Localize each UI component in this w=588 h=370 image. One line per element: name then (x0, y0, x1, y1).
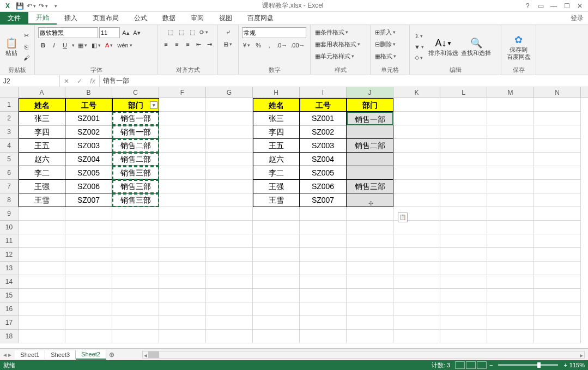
cell[interactable] (534, 207, 581, 221)
cell[interactable] (300, 221, 347, 234)
cell[interactable] (534, 221, 581, 234)
cell[interactable] (159, 289, 206, 302)
view-normal-icon[interactable] (455, 361, 465, 369)
cell[interactable]: 李二 (19, 166, 65, 180)
align-center-icon[interactable]: ≡ (172, 39, 182, 49)
cell[interactable] (159, 248, 206, 262)
phonetic-icon[interactable]: wén▾ (116, 40, 134, 50)
cell[interactable] (300, 262, 347, 275)
cell[interactable] (19, 316, 65, 330)
cell[interactable] (393, 221, 440, 234)
cell[interactable] (534, 330, 581, 343)
cell[interactable] (206, 316, 253, 330)
cell[interactable] (206, 98, 253, 112)
col-header[interactable]: C (112, 87, 159, 98)
cell[interactable] (112, 262, 159, 275)
help-icon[interactable]: ? (523, 2, 532, 10)
cell[interactable] (487, 262, 534, 275)
cell[interactable] (347, 166, 393, 180)
cell[interactable] (65, 289, 112, 302)
cell[interactable]: 王强 (19, 180, 65, 193)
cell[interactable] (159, 262, 206, 275)
cell[interactable] (393, 289, 440, 302)
col-header[interactable]: A (19, 87, 65, 98)
cell[interactable] (206, 153, 253, 166)
formula-input[interactable]: 销售一部 (100, 75, 588, 87)
cell[interactable] (159, 125, 206, 139)
zoom-out-icon[interactable]: − (489, 362, 493, 368)
cell[interactable] (206, 248, 253, 262)
cell[interactable] (440, 125, 487, 139)
tab-review[interactable]: 审阅 (183, 12, 211, 25)
cell[interactable] (65, 330, 112, 343)
format-cells-button[interactable]: ▦ 格式▾ (374, 51, 398, 61)
cell[interactable] (487, 98, 534, 112)
add-sheet-icon[interactable]: ⊕ (106, 351, 117, 359)
zoom-level[interactable]: 115% (569, 362, 585, 368)
cell[interactable]: 姓名 (253, 98, 300, 112)
cell[interactable] (159, 166, 206, 180)
cell[interactable] (440, 207, 487, 221)
cell[interactable] (440, 98, 487, 112)
cell[interactable] (206, 125, 253, 139)
cell[interactable]: SZ005 (300, 166, 347, 180)
cell[interactable] (487, 316, 534, 330)
cell[interactable] (19, 302, 65, 316)
cell[interactable] (393, 316, 440, 330)
cell[interactable] (112, 234, 159, 248)
minimize-icon[interactable]: — (549, 2, 559, 10)
cell[interactable] (253, 221, 300, 234)
cell[interactable] (440, 248, 487, 262)
cell[interactable] (65, 302, 112, 316)
row-header[interactable]: 16 (0, 302, 19, 316)
row-header[interactable]: 4 (0, 139, 19, 153)
cell[interactable]: 销售二部 (112, 153, 159, 166)
cell[interactable]: 王五 (253, 139, 300, 153)
cell[interactable] (487, 139, 534, 153)
cell[interactable] (347, 153, 393, 166)
row-header[interactable]: 1 (0, 98, 19, 112)
cell[interactable] (347, 316, 393, 330)
cell[interactable] (300, 330, 347, 343)
cell[interactable]: 工号 (300, 98, 347, 112)
maximize-icon[interactable]: ☐ (562, 2, 572, 10)
cell[interactable] (393, 180, 440, 193)
cell[interactable] (534, 98, 581, 112)
font-color-icon[interactable]: A▾ (104, 40, 115, 50)
cell[interactable] (206, 221, 253, 234)
cell[interactable] (440, 330, 487, 343)
cell[interactable]: 销售一部 (347, 112, 393, 125)
autosum-icon[interactable]: Σ▾ (413, 31, 426, 41)
cell[interactable] (159, 330, 206, 343)
cell[interactable] (347, 289, 393, 302)
cell[interactable] (534, 275, 581, 289)
cell[interactable] (159, 316, 206, 330)
cell[interactable] (487, 221, 534, 234)
tab-view[interactable]: 视图 (211, 12, 240, 25)
cell[interactable]: 工号 (65, 98, 112, 112)
cell[interactable] (159, 234, 206, 248)
cell[interactable]: ✢ (347, 193, 393, 207)
tab-file[interactable]: 文件 (0, 12, 28, 25)
cell[interactable] (534, 193, 581, 207)
cell[interactable] (347, 207, 393, 221)
merge-icon[interactable]: ⊞▾ (222, 39, 234, 49)
cell[interactable] (300, 316, 347, 330)
paste-options-icon[interactable]: 📋 (398, 213, 408, 222)
tab-layout[interactable]: 页面布局 (85, 12, 126, 25)
insert-cells-button[interactable]: ⊞ 插入▾ (374, 27, 398, 37)
cell[interactable] (159, 98, 206, 112)
cell[interactable]: 销售三部 (112, 180, 159, 193)
align-top-icon[interactable]: ⬚ (166, 27, 175, 37)
view-pagebreak-icon[interactable] (477, 361, 487, 369)
cell[interactable] (112, 302, 159, 316)
cell[interactable] (206, 193, 253, 207)
view-pagelayout-icon[interactable] (466, 361, 476, 369)
cell[interactable] (534, 112, 581, 125)
cell[interactable] (393, 112, 440, 125)
align-left-icon[interactable]: ≡ (161, 39, 171, 49)
cell[interactable]: SZ004 (300, 153, 347, 166)
cell[interactable]: SZ002 (65, 125, 112, 139)
cell[interactable] (206, 180, 253, 193)
cell[interactable] (159, 180, 206, 193)
